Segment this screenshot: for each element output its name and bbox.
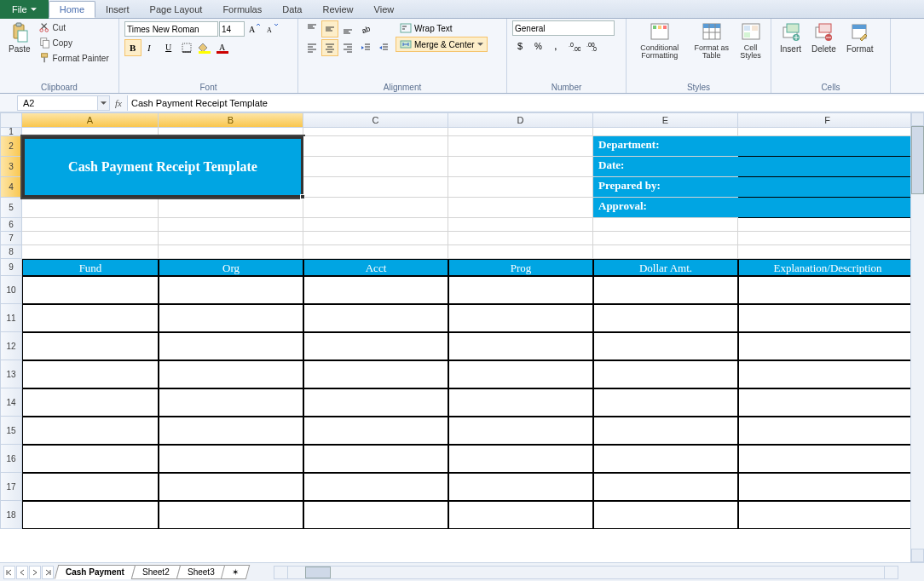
cell-E2[interactable]: Department: [593,136,738,157]
select-all-corner[interactable] [0,112,22,128]
cell-B14[interactable] [159,388,303,417]
underline-button[interactable]: U [160,39,177,56]
tab-home[interactable]: Home [49,1,95,18]
row-header-14[interactable]: 14 [0,388,22,417]
table-header-amt[interactable]: Dollar Amt. [593,259,738,276]
cell-D17[interactable] [448,473,593,501]
table-header-prog[interactable]: Prog [448,259,593,276]
formula-input[interactable] [127,95,924,111]
row-header-6[interactable]: 6 [0,218,22,232]
row-header-18[interactable]: 18 [0,501,22,529]
cell-F4[interactable] [738,177,917,198]
cell-C14[interactable] [303,388,448,417]
decrease-decimal-button[interactable]: .00.0 [584,37,601,55]
cell-E4[interactable]: Prepared by: [593,177,738,198]
align-left-button[interactable] [303,39,321,56]
number-format-select[interactable] [512,20,615,36]
copy-button[interactable]: Copy [38,36,111,49]
col-header-D[interactable]: D [448,112,593,128]
cell-A7[interactable] [22,232,159,245]
cell-D14[interactable] [448,388,593,417]
orientation-button[interactable]: ab [357,20,374,37]
cell-B5[interactable] [159,198,303,218]
row-header-16[interactable]: 16 [0,445,22,473]
cell-F13[interactable] [738,360,917,388]
cell-C18[interactable] [303,501,448,529]
font-name-select[interactable] [124,21,218,37]
row-header-15[interactable]: 15 [0,417,22,445]
file-tab[interactable]: File [0,0,49,19]
cell-C15[interactable] [303,417,448,445]
cell-F1[interactable] [738,128,917,136]
sheet-tab-2[interactable]: Sheet2 [131,565,181,579]
cell-C13[interactable] [303,360,448,388]
cell-E14[interactable] [593,388,738,417]
row-header-5[interactable]: 5 [0,198,22,218]
name-box-dropdown[interactable] [98,95,110,111]
row-header-12[interactable]: 12 [0,332,22,360]
cell-F18[interactable] [738,501,917,529]
percent-button[interactable]: % [530,37,547,55]
cell-C5[interactable] [303,198,448,218]
cell-E17[interactable] [593,473,738,501]
cell-A8[interactable] [22,245,159,259]
scroll-down-button[interactable] [911,549,924,562]
format-painter-button[interactable]: Format Painter [38,51,111,65]
row-header-10[interactable]: 10 [0,276,22,304]
cell-D12[interactable] [448,332,593,360]
cell-A14[interactable] [22,388,159,417]
cell-C6[interactable] [303,218,448,232]
vertical-scrollbar[interactable] [910,112,924,562]
conditional-formatting-button[interactable]: Conditional Formatting [632,20,687,61]
cell-C12[interactable] [303,332,448,360]
tab-insert[interactable]: Insert [95,2,140,17]
cell-C7[interactable] [303,232,448,245]
col-header-E[interactable]: E [593,112,738,128]
cell-B15[interactable] [159,417,303,445]
sheet-tab-new[interactable]: ✶ [221,565,251,579]
vscroll-thumb[interactable] [911,126,924,194]
cell-A12[interactable] [22,332,159,360]
scroll-right-button[interactable] [884,567,898,578]
cell-F7[interactable] [738,232,917,245]
border-button[interactable] [178,39,195,56]
cell-A6[interactable] [22,218,159,232]
cell-E1[interactable] [593,128,738,136]
cell-E8[interactable] [593,245,738,259]
delete-cells-button[interactable]: Delete [808,20,840,55]
cell-C3[interactable] [303,157,448,177]
row-header-17[interactable]: 17 [0,473,22,501]
increase-decimal-button[interactable]: .0.00 [566,37,583,55]
cell-E13[interactable] [593,360,738,388]
title-merged-cell[interactable]: Cash Payment Receipt Template [22,136,303,198]
spreadsheet-grid[interactable]: A B C D E F 1 2 3 4 Cash Payment Receipt… [0,112,924,562]
row-header-4[interactable]: 4 [0,177,22,198]
format-as-table-button[interactable]: Format as Table [690,20,732,61]
cell-E10[interactable] [593,276,738,304]
cell-B10[interactable] [159,276,303,304]
selection-fill-handle[interactable] [300,194,305,199]
cell-F10[interactable] [738,276,917,304]
format-cells-button[interactable]: Format [843,20,877,55]
font-color-button[interactable]: A [214,39,231,56]
cell-A5[interactable] [22,198,159,218]
table-header-org[interactable]: Org [159,259,303,276]
cell-C8[interactable] [303,245,448,259]
cell-A13[interactable] [22,360,159,388]
align-middle-button[interactable] [321,20,338,37]
cell-B16[interactable] [159,445,303,473]
accounting-format-button[interactable]: $ [512,37,529,55]
cell-A15[interactable] [22,417,159,445]
fx-icon[interactable]: fx [115,98,122,108]
merge-center-button[interactable]: Merge & Center [396,37,488,52]
cell-D10[interactable] [448,276,593,304]
row-header-8[interactable]: 8 [0,245,22,259]
sheet-nav-prev[interactable] [16,566,28,579]
row-header-2[interactable]: 2 [0,136,22,157]
scroll-left-button[interactable] [274,567,288,578]
cell-D3[interactable] [448,157,593,177]
cell-F3[interactable] [738,157,917,177]
cell-C16[interactable] [303,445,448,473]
cell-F6[interactable] [738,218,917,232]
cell-C1[interactable] [303,128,448,136]
